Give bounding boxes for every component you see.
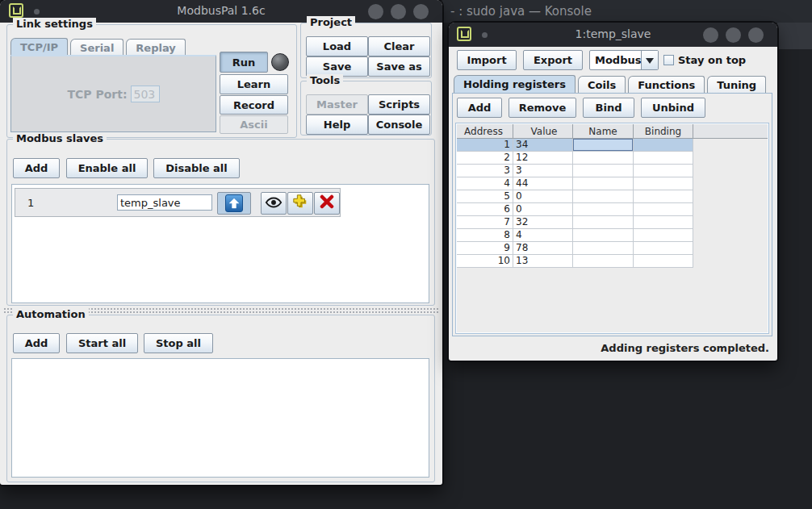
maximize-button[interactable] — [391, 4, 406, 19]
name-cell[interactable] — [573, 165, 634, 177]
minimize-button[interactable] — [368, 4, 383, 19]
name-cell[interactable] — [573, 190, 634, 202]
run-button[interactable]: Run — [220, 52, 268, 73]
master-button[interactable]: Master — [306, 94, 368, 115]
add-slave-button[interactable]: Add — [13, 158, 60, 178]
ascii-button[interactable]: Ascii — [220, 115, 288, 134]
unbind-button[interactable]: Unbind — [641, 98, 705, 118]
register-row[interactable]: 8 4 — [457, 229, 693, 242]
remove-register-button[interactable]: Remove — [509, 98, 576, 118]
export-button[interactable]: Export — [523, 50, 583, 70]
stay-on-top-checkbox[interactable] — [663, 55, 674, 65]
combobox-arrow-button[interactable] — [641, 51, 658, 69]
maximize-button[interactable] — [726, 27, 741, 43]
help-button[interactable]: Help — [306, 115, 368, 135]
address-cell[interactable]: 4 — [457, 177, 513, 190]
tab-replay[interactable]: Replay — [126, 39, 185, 56]
register-row[interactable]: 10 13 — [457, 255, 693, 268]
scripts-button[interactable]: Scripts — [368, 94, 430, 115]
slave-enable-toggle[interactable] — [217, 192, 251, 215]
tab-coils[interactable]: Coils — [578, 76, 626, 93]
column-header-value[interactable]: Value — [513, 124, 573, 138]
minimize-button[interactable] — [703, 27, 718, 43]
stop-all-button[interactable]: Stop all — [144, 333, 213, 353]
binding-cell[interactable] — [634, 190, 693, 202]
address-cell[interactable]: 9 — [457, 242, 513, 254]
binding-cell[interactable] — [634, 203, 693, 215]
binding-cell[interactable] — [634, 177, 693, 190]
register-row[interactable]: 3 3 — [457, 165, 693, 177]
binding-cell[interactable] — [634, 152, 693, 164]
record-button[interactable]: Record — [220, 95, 288, 115]
name-cell[interactable] — [573, 229, 634, 241]
slave-delete-button[interactable] — [314, 192, 340, 215]
learn-button[interactable]: Learn — [220, 74, 288, 94]
implementation-combobox[interactable]: Modbus — [589, 50, 659, 70]
bind-button[interactable]: Bind — [583, 98, 634, 118]
address-cell[interactable]: 6 — [457, 203, 513, 215]
slave-view-button[interactable] — [261, 192, 287, 215]
load-button[interactable]: Load — [306, 36, 368, 56]
value-cell[interactable]: 4 — [513, 229, 573, 241]
address-cell[interactable]: 3 — [457, 165, 513, 177]
tab-functions[interactable]: Functions — [628, 76, 705, 93]
close-button[interactable] — [413, 4, 429, 19]
slave-add-automation-button[interactable] — [287, 192, 313, 215]
name-cell[interactable] — [573, 152, 634, 164]
close-button[interactable] — [748, 27, 764, 43]
register-row[interactable]: 6 0 — [457, 203, 693, 216]
register-row[interactable]: 1 34 — [457, 139, 693, 152]
register-row[interactable]: 2 12 — [457, 152, 693, 165]
value-cell[interactable]: 44 — [513, 177, 573, 190]
register-row[interactable]: 7 32 — [457, 216, 693, 229]
address-cell[interactable]: 5 — [457, 190, 513, 202]
value-cell[interactable]: 3 — [513, 165, 573, 177]
name-cell[interactable] — [573, 203, 634, 215]
tab-tcpip[interactable]: TCP/IP — [10, 38, 68, 56]
register-row[interactable]: 5 0 — [457, 190, 693, 203]
add-automation-button[interactable]: Add — [13, 333, 60, 353]
name-cell[interactable] — [573, 139, 634, 151]
binding-cell[interactable] — [634, 229, 693, 241]
tab-serial[interactable]: Serial — [70, 39, 123, 56]
binding-cell[interactable] — [634, 242, 693, 254]
value-cell[interactable]: 12 — [513, 152, 573, 164]
value-cell[interactable]: 0 — [513, 190, 573, 202]
import-button[interactable]: Import — [457, 50, 517, 70]
save-as-button[interactable]: Save as — [368, 56, 430, 77]
enable-all-button[interactable]: Enable all — [66, 158, 148, 178]
registers-table-scrollpane[interactable]: Address Value Name Binding 1 34 2 12 — [455, 123, 769, 334]
value-cell[interactable]: 13 — [513, 255, 573, 267]
binding-cell[interactable] — [634, 165, 693, 177]
name-cell[interactable] — [573, 177, 634, 190]
slave-row[interactable]: 1 — [15, 188, 341, 217]
address-cell[interactable]: 10 — [457, 255, 513, 267]
value-cell[interactable]: 0 — [513, 203, 573, 215]
column-header-binding[interactable]: Binding — [634, 124, 693, 138]
binding-cell[interactable] — [634, 216, 693, 228]
name-cell[interactable] — [573, 242, 634, 254]
value-cell[interactable]: 34 — [513, 139, 573, 151]
slave-window-titlebar[interactable]: 1:temp_slave — [449, 23, 777, 47]
disable-all-button[interactable]: Disable all — [153, 158, 240, 178]
tcp-port-input[interactable] — [131, 86, 160, 102]
clear-button[interactable]: Clear — [368, 36, 430, 56]
console-button[interactable]: Console — [368, 115, 430, 135]
address-cell[interactable]: 7 — [457, 216, 513, 228]
name-cell[interactable] — [573, 216, 634, 228]
tab-tuning[interactable]: Tuning — [707, 76, 766, 93]
value-cell[interactable]: 32 — [513, 216, 573, 228]
start-all-button[interactable]: Start all — [66, 333, 138, 353]
name-cell[interactable] — [573, 255, 634, 267]
address-cell[interactable]: 1 — [457, 139, 513, 151]
column-header-address[interactable]: Address — [457, 124, 513, 138]
stay-on-top-label[interactable]: Stay on top — [678, 50, 746, 70]
slave-name-input[interactable] — [117, 194, 212, 211]
register-row[interactable]: 4 44 — [457, 177, 693, 190]
value-cell[interactable]: 78 — [513, 242, 573, 254]
address-cell[interactable]: 2 — [457, 152, 513, 164]
register-row[interactable]: 9 78 — [457, 242, 693, 255]
binding-cell[interactable] — [634, 255, 693, 267]
binding-cell[interactable] — [634, 139, 693, 151]
add-register-button[interactable]: Add — [457, 98, 502, 118]
